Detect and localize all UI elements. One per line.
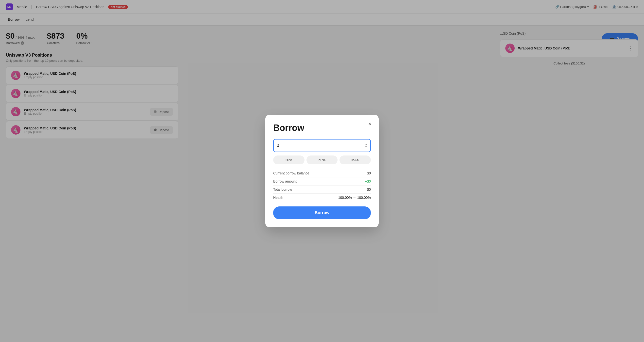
total-borrow-row: Total borrow $0: [273, 185, 371, 194]
borrow-amount-row: Borrow amount +$0: [273, 177, 371, 185]
borrow-amount-label: Borrow amount: [273, 179, 296, 183]
amount-input[interactable]: [277, 140, 363, 152]
current-borrow-balance-row: Current borrow balance $0: [273, 169, 371, 177]
spinner-up-button[interactable]: ▲: [365, 143, 367, 145]
pct-50-button[interactable]: 50%: [306, 156, 338, 164]
health-label: Health: [273, 196, 283, 199]
borrow-amount-value: +$0: [365, 179, 371, 183]
amount-spinner: ▲ ▼: [365, 143, 367, 148]
amount-input-wrapper: ▲ ▼: [273, 139, 371, 152]
pct-max-button[interactable]: MAX: [340, 156, 371, 164]
health-value: 100.00% → 100.00%: [338, 196, 371, 199]
pct-20-button[interactable]: 20%: [273, 156, 304, 164]
modal-stats: Current borrow balance $0 Borrow amount …: [273, 169, 371, 201]
modal-overlay: × Borrow ▲ ▼ 20% 50% MAX Current borrow …: [0, 0, 644, 342]
modal-title: Borrow: [273, 123, 371, 133]
modal-close-button[interactable]: ×: [366, 120, 374, 128]
borrow-modal: × Borrow ▲ ▼ 20% 50% MAX Current borrow …: [265, 115, 379, 227]
total-borrow-value: $0: [367, 187, 371, 191]
health-row: Health 100.00% → 100.00%: [273, 194, 371, 201]
spinner-down-button[interactable]: ▼: [365, 146, 367, 148]
total-borrow-label: Total borrow: [273, 187, 292, 191]
pct-buttons: 20% 50% MAX: [273, 156, 371, 164]
current-borrow-balance-value: $0: [367, 171, 371, 175]
current-borrow-balance-label: Current borrow balance: [273, 171, 309, 175]
borrow-submit-button[interactable]: Borrow: [273, 206, 371, 219]
